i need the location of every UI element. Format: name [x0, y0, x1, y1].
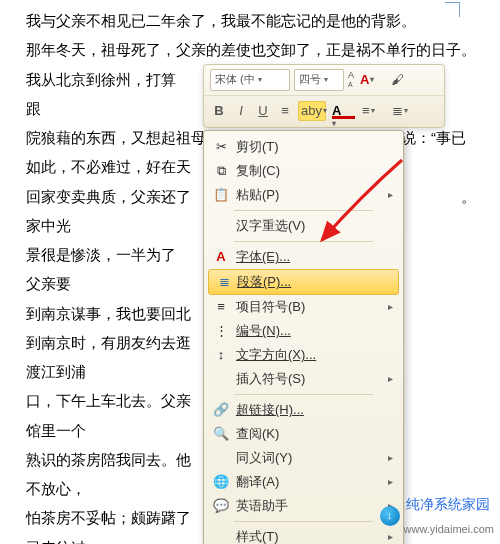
menu-recombine[interactable]: 汉字重选(V)	[206, 214, 401, 238]
toolbar-row-1: 宋体 (中▾ 四号▾ AA A 🖌	[204, 65, 444, 96]
menu-label: 同义词(Y)	[236, 445, 292, 470]
paragraph-icon: ≣	[215, 269, 233, 294]
font-icon: A	[212, 244, 230, 269]
chevron-down-icon: ▾	[324, 72, 328, 88]
menu-lookup[interactable]: 🔍查阅(K)	[206, 422, 401, 446]
menu-label: 编号(N)...	[236, 318, 291, 343]
translate-icon: 🌐	[212, 469, 230, 494]
menu-font[interactable]: A字体(E)...	[206, 245, 401, 269]
font-name-select[interactable]: 宋体 (中▾	[210, 69, 290, 91]
copy-icon: ⧉	[212, 158, 230, 183]
chevron-down-icon: ▾	[258, 72, 262, 88]
font-size-stepper[interactable]: AA	[348, 71, 354, 89]
watermark-logo-icon: ↓	[380, 506, 400, 526]
submenu-arrow-icon: ▸	[388, 472, 393, 492]
font-size-select[interactable]: 四号▾	[294, 69, 344, 91]
direction-icon: ↕	[212, 342, 230, 367]
submenu-arrow-icon: ▸	[388, 297, 393, 317]
menu-label: 英语助手	[236, 493, 288, 518]
watermark-url: www.yidaimei.com	[404, 519, 494, 540]
paste-icon: 📋	[212, 182, 230, 207]
menu-label: 插入符号(S)	[236, 366, 305, 391]
indent-button[interactable]: ≡	[360, 102, 386, 120]
menu-label: 查阅(K)	[236, 421, 279, 446]
submenu-arrow-icon: ▸	[388, 185, 393, 205]
menu-label: 翻译(A)	[236, 469, 279, 494]
menu-numbering[interactable]: ⋮编号(N)...	[206, 319, 401, 343]
menu-separator	[234, 210, 373, 211]
highlight-button[interactable]: aby	[298, 101, 326, 121]
menu-paragraph[interactable]: ≣段落(P)...	[208, 269, 399, 295]
body-text: 我与父亲不相见已二年余了，我最不能忘记的是他的背影。	[26, 6, 490, 35]
menu-label: 粘贴(P)	[236, 182, 279, 207]
underline-button[interactable]: U	[254, 102, 272, 120]
menu-bullets[interactable]: ≡项目符号(B)▸	[206, 295, 401, 319]
menu-cut[interactable]: ✂剪切(T)	[206, 135, 401, 159]
mini-format-toolbar: 宋体 (中▾ 四号▾ AA A 🖌 B I U ≡ aby A ≡ ≣	[203, 64, 445, 128]
context-menu: ✂剪切(T) ⧉复制(C) 📋粘贴(P)▸ 汉字重选(V) A字体(E)... …	[203, 130, 404, 544]
font-color-button[interactable]: A	[330, 102, 356, 120]
watermark: ↓ 纯净系统家园 www.yidaimei.com	[380, 491, 494, 540]
list-button[interactable]: ≣	[390, 102, 416, 120]
menu-label: 剪切(T)	[236, 134, 279, 159]
menu-separator	[234, 521, 373, 522]
body-text: 那年冬天，祖母死了，父亲的差使也交卸了，正是祸不单行的日子。	[26, 35, 490, 64]
font-style-button[interactable]: A	[358, 71, 384, 89]
align-button[interactable]: ≡	[276, 102, 294, 120]
page-corner-mark	[445, 2, 460, 17]
submenu-arrow-icon: ▸	[388, 369, 393, 389]
menu-insert-symbol[interactable]: 插入符号(S)▸	[206, 367, 401, 391]
menu-english-assistant[interactable]: 💬英语助手▸	[206, 494, 401, 518]
toolbar-row-2: B I U ≡ aby A ≡ ≣	[204, 96, 444, 126]
assistant-icon: 💬	[212, 493, 230, 518]
italic-button[interactable]: I	[232, 102, 250, 120]
bold-button[interactable]: B	[210, 102, 228, 120]
cut-icon: ✂	[212, 134, 230, 159]
menu-label: 汉字重选(V)	[236, 213, 305, 238]
hyperlink-icon: 🔗	[212, 397, 230, 422]
menu-synonym[interactable]: 同义词(Y)▸	[206, 446, 401, 470]
font-name-value: 宋体 (中	[215, 69, 255, 90]
watermark-brand: 纯净系统家园	[406, 491, 494, 518]
menu-translate[interactable]: 🌐翻译(A)▸	[206, 470, 401, 494]
menu-separator	[234, 241, 373, 242]
menu-copy[interactable]: ⧉复制(C)	[206, 159, 401, 183]
lookup-icon: 🔍	[212, 421, 230, 446]
menu-style[interactable]: 样式(T)▸	[206, 525, 401, 544]
menu-paste[interactable]: 📋粘贴(P)▸	[206, 183, 401, 207]
numbering-icon: ⋮	[212, 318, 230, 343]
menu-label: 文字方向(X)...	[236, 342, 316, 367]
font-size-value: 四号	[299, 69, 321, 90]
menu-label: 超链接(H)...	[236, 397, 304, 422]
menu-label: 复制(C)	[236, 158, 280, 183]
submenu-arrow-icon: ▸	[388, 448, 393, 468]
menu-text-direction[interactable]: ↕文字方向(X)...	[206, 343, 401, 367]
menu-label: 样式(T)	[236, 524, 279, 544]
menu-label: 段落(P)...	[237, 269, 291, 294]
menu-label: 字体(E)...	[236, 244, 290, 269]
menu-label: 项目符号(B)	[236, 294, 305, 319]
bullets-icon: ≡	[212, 294, 230, 319]
menu-separator	[234, 394, 373, 395]
menu-hyperlink[interactable]: 🔗超链接(H)...	[206, 398, 401, 422]
format-painter-button[interactable]: 🖌	[388, 71, 406, 89]
